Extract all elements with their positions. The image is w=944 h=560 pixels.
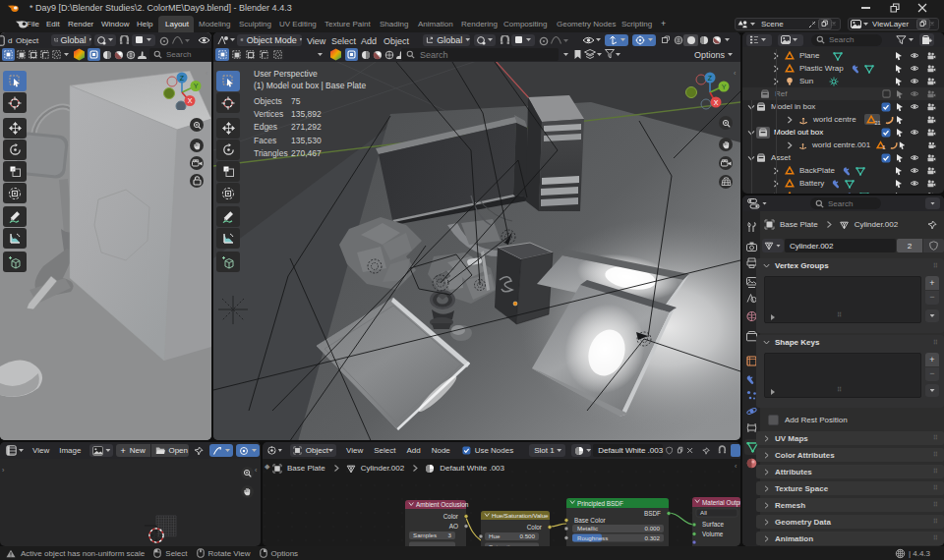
svg-text:0.000: 0.000	[645, 525, 661, 532]
svg-text:Material Output: Material Output	[702, 499, 740, 507]
svg-text:Color: Color	[443, 513, 459, 520]
svg-text:0.500: 0.500	[520, 532, 536, 539]
svg-text:Principled BSDF: Principled BSDF	[577, 500, 623, 508]
svg-text:Z: Z	[180, 75, 185, 82]
svg-text:Metallic: Metallic	[577, 525, 598, 532]
svg-text:0.302: 0.302	[645, 534, 661, 541]
svg-text:Y: Y	[194, 83, 199, 89]
svg-text:Roughness: Roughness	[577, 534, 608, 541]
svg-text:Hue/Saturation/Value: Hue/Saturation/Value	[492, 512, 549, 519]
svg-text:Hue: Hue	[489, 532, 501, 539]
svg-text:Volume: Volume	[702, 531, 724, 537]
svg-text:Base Color: Base Color	[574, 517, 606, 524]
svg-text:X: X	[714, 99, 719, 106]
svg-text:Ambient Occlusion: Ambient Occlusion	[416, 501, 469, 508]
svg-text:BSDF: BSDF	[644, 510, 661, 517]
svg-text:Z: Z	[708, 75, 713, 82]
svg-text:3: 3	[448, 532, 452, 538]
svg-text:X: X	[188, 97, 193, 104]
svg-text:Y: Y	[722, 84, 727, 90]
svg-text:All: All	[700, 509, 707, 516]
svg-text:Color: Color	[527, 524, 543, 531]
svg-text:AO: AO	[449, 523, 458, 530]
svg-text:Samples: Samples	[413, 532, 437, 538]
svg-text:Surface: Surface	[702, 521, 724, 528]
